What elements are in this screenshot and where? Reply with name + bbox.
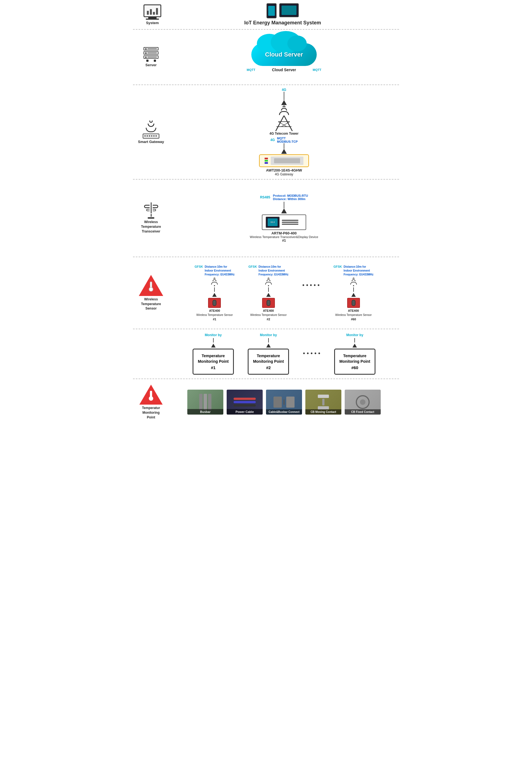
gateway-device: [259, 154, 309, 167]
protocol-4g-down: 4G: [270, 138, 275, 142]
protocol-mqtt: MQTT: [277, 137, 286, 140]
distance-note-2: Distance:10m forIndoor EnvironmentFreque…: [259, 265, 288, 277]
wireless-transceiver-icon: [144, 202, 158, 219]
mqtt-left: MQTT: [247, 68, 255, 71]
gfsk-label-1: GFSK: [195, 265, 203, 268]
sensor-col-60: GFSK Distance:10m forIndoor EnvironmentF…: [333, 265, 373, 321]
ate400-sensor-60: [347, 298, 360, 308]
cloud-server-icon: Cloud Server: [251, 43, 317, 66]
sensor-col-2: GFSK Distance:10m forIndoor EnvironmentF…: [249, 265, 288, 321]
distance-note-60: Distance:10m forIndoor EnvironmentFreque…: [344, 265, 374, 277]
telecom-tower-icon: [274, 106, 294, 131]
thumbnail-cb-fixed-label: CB Fixed Contact: [345, 409, 381, 415]
monitor-by-2: Monitor by: [260, 333, 277, 337]
monitor-icon: [144, 4, 161, 17]
temp-sensor-label: WirelessTemperatureSensor: [141, 297, 161, 311]
monitor-point-1: Monitor by TemperatureMonitoring Point #…: [193, 333, 234, 375]
server-icon: [144, 47, 158, 62]
sensor-col-1: GFSK Distance:10m forIndoor EnvironmentF…: [195, 265, 234, 321]
thumbnail-power-cable: Power Cable: [227, 390, 263, 415]
smart-gateway-label: Smart Gateway: [138, 140, 164, 144]
system-label: System: [146, 21, 159, 25]
thumbnail-cb-moving-label: CB Moving Contact: [305, 409, 341, 415]
artm-num: #1: [282, 239, 286, 242]
gfsk-label-60: GFSK: [333, 265, 342, 268]
server-section-label: Server: [133, 30, 169, 85]
artm-sub: Wireless Temperature Transceiver&Display…: [250, 235, 318, 239]
artm-device: 88.8: [262, 214, 306, 230]
thumbnail-busbar: Busbar: [187, 390, 223, 415]
cloud-server-title: Cloud Server: [265, 51, 303, 58]
protocol-modbus: MODBUS-TCP: [277, 140, 298, 143]
iot-title: IoT Energy Management System: [244, 20, 321, 26]
sensor-dots: •••••: [302, 265, 320, 289]
distance-note-1: Distance:10m forIndoor EnvironmentFreque…: [205, 265, 235, 277]
gfsk-label-2: GFSK: [249, 265, 257, 268]
thumbnail-cable-busbar-label: Cable&Busbar Connect: [266, 409, 302, 415]
monitoring-point-label: TemperaturMonitoringPoint: [142, 406, 160, 420]
thumbnail-cable-busbar: Cable&Busbar Connect: [266, 390, 302, 415]
protocol-info: Protocol: MODBUS-RTU Distance: Within 30…: [273, 194, 308, 201]
monitor-point-2: Monitor by TemperatureMonitoring Point #…: [248, 333, 289, 375]
thumbnail-cb-moving: CB Moving Contact: [305, 390, 341, 415]
monitor-point-60: Monitor by TemperatureMonitoring Point #…: [334, 333, 375, 375]
monitor-by-60: Monitor by: [346, 333, 363, 337]
gateway-device-sub: 4G Gateway: [275, 172, 293, 176]
monitor-dots: •••••: [303, 333, 320, 357]
mqtt-right: MQTT: [313, 68, 321, 71]
protocol-4g-up: 4G: [282, 88, 286, 92]
iot-device-image: [267, 3, 299, 18]
rs485-label: RS485: [260, 195, 270, 199]
gateway-device-name: AWT200-1E4S-4GHW: [266, 168, 302, 172]
ate400-sensor-1: [208, 298, 221, 308]
temp-sensor-icon: [139, 275, 163, 296]
thumbnail-busbar-label: Busbar: [187, 409, 223, 415]
tower-label: 4G Telecom Tower: [270, 132, 299, 136]
smart-gateway-icon: [143, 121, 159, 139]
thumbnail-cb-fixed: CB Fixed Contact: [345, 390, 381, 415]
cloud-server-sub: Cloud Server: [272, 68, 296, 72]
monitor-by-1: Monitor by: [205, 333, 222, 337]
artm-name: ARTM-P60-400: [271, 231, 296, 235]
transceiver-label: WirelessTemperatureTransceiver: [141, 220, 161, 234]
monitoring-point-icon: [139, 385, 163, 405]
server-label: Server: [145, 63, 157, 67]
svg-line-0: [276, 116, 284, 131]
svg-line-1: [284, 116, 292, 131]
ate400-sensor-2: [262, 298, 275, 308]
thumbnail-power-cable-label: Power Cable: [227, 409, 263, 415]
